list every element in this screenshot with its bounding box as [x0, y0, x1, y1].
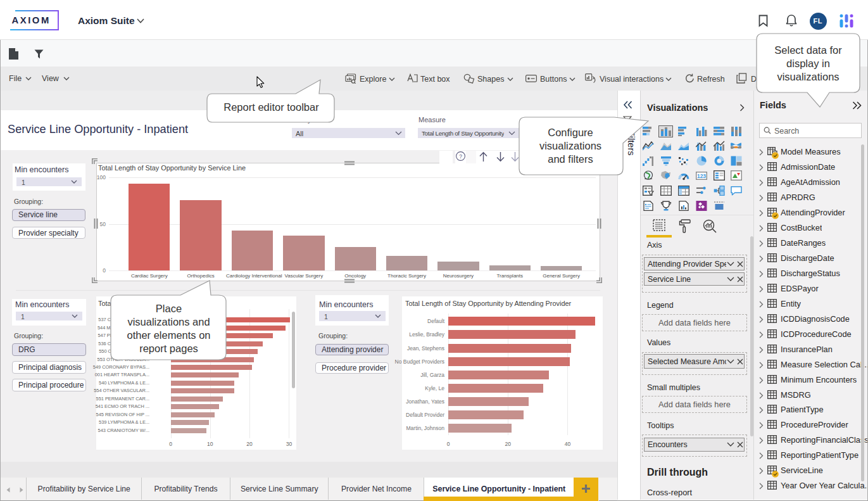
svg-text:123: 123 [696, 173, 705, 179]
svg-text:?: ? [459, 153, 462, 159]
